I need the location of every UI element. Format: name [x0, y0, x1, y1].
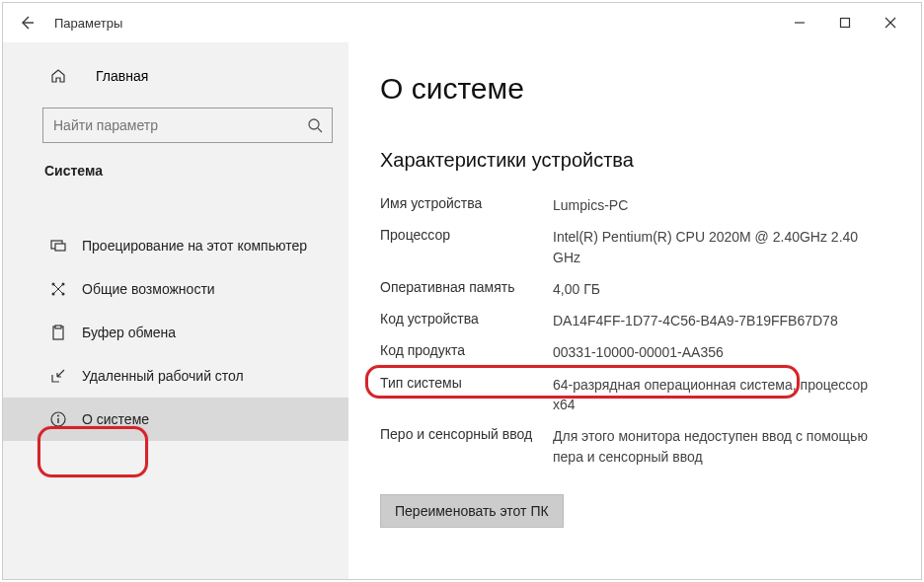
minimize-button[interactable]: [777, 7, 822, 38]
sidebar-section-label: Система: [3, 157, 348, 196]
search-icon: [307, 117, 323, 133]
spec-value: Intel(R) Pentium(R) CPU 2020M @ 2.40GHz …: [553, 227, 882, 267]
svg-rect-3: [55, 244, 65, 251]
spec-row-ram: Оперативная память 4,00 ГБ: [380, 273, 882, 305]
spec-label: Имя устройства: [380, 195, 553, 215]
svg-rect-9: [55, 326, 61, 328]
titlebar: Параметры: [3, 3, 921, 42]
spec-value: 00331-10000-00001-AA356: [553, 342, 882, 362]
projecting-icon: [48, 236, 68, 255]
back-button[interactable]: [11, 7, 42, 38]
window-title: Параметры: [54, 16, 122, 31]
spec-label: Процессор: [380, 227, 553, 267]
spec-value: 64-разрядная операционная система, проце…: [553, 375, 882, 415]
maximize-button[interactable]: [822, 7, 868, 38]
spec-label: Оперативная память: [380, 279, 553, 299]
spec-row-system-type: Тип системы 64-разрядная операционная си…: [380, 369, 882, 421]
spec-value: Для этого монитора недоступен ввод с пом…: [553, 426, 882, 467]
arrow-left-icon: [19, 15, 35, 31]
sidebar-item-shared-experiences[interactable]: Общие возможности: [3, 267, 348, 311]
home-icon: [48, 66, 68, 86]
sidebar-item-label: Общие возможности: [82, 281, 215, 297]
sidebar-item-clipboard[interactable]: Буфер обмена: [3, 311, 348, 354]
sidebar-nav: Проецирование на этот компьютер Общие во…: [3, 196, 348, 441]
spec-row-processor: Процессор Intel(R) Pentium(R) CPU 2020M …: [380, 221, 882, 273]
sidebar-item-projecting[interactable]: Проецирование на этот компьютер: [3, 224, 348, 267]
svg-rect-0: [841, 19, 850, 28]
spec-value: DA14F4FF-1D77-4C56-B4A9-7B19FFB67D78: [553, 311, 882, 330]
page-title: О системе: [380, 72, 882, 106]
search-input[interactable]: [42, 108, 333, 143]
maximize-icon: [839, 17, 851, 29]
spec-row-device-name: Имя устройства Lumpics-PC: [380, 189, 882, 221]
spec-value: 4,00 ГБ: [553, 279, 882, 299]
sidebar-home[interactable]: Главная: [3, 54, 348, 98]
info-icon: [48, 409, 68, 429]
spec-label: Перо и сенсорный ввод: [380, 426, 553, 467]
rename-pc-button[interactable]: Переименовать этот ПК: [380, 494, 564, 528]
sidebar-item-label: Проецирование на этот компьютер: [82, 238, 307, 254]
sidebar-item-label: Удаленный рабочий стол: [82, 368, 244, 384]
minimize-icon: [794, 17, 806, 29]
remote-desktop-icon: [48, 366, 68, 386]
sidebar-item-about[interactable]: О системе: [3, 398, 348, 441]
sidebar-item-label: Буфер обмена: [82, 325, 176, 340]
spec-row-product-id: Код продукта 00331-10000-00001-AA356: [380, 336, 882, 368]
main-content: О системе Характеристики устройства Имя …: [348, 42, 921, 579]
spec-value: Lumpics-PC: [553, 195, 882, 215]
window-body: Главная Система Проецирование на этот ко…: [3, 42, 921, 579]
clipboard-icon: [48, 323, 68, 342]
search-wrapper: [42, 108, 333, 143]
sidebar: Главная Система Проецирование на этот ко…: [3, 42, 348, 579]
svg-point-11: [57, 415, 59, 417]
shared-icon: [48, 279, 68, 299]
close-icon: [885, 17, 896, 29]
spec-label: Код продукта: [380, 342, 553, 362]
spec-row-device-id: Код устройства DA14F4FF-1D77-4C56-B4A9-7…: [380, 305, 882, 336]
sidebar-item-remote-desktop[interactable]: Удаленный рабочий стол: [3, 354, 348, 398]
close-button[interactable]: [868, 7, 913, 38]
spec-label: Код устройства: [380, 311, 553, 330]
spec-label: Тип системы: [380, 375, 553, 415]
section-heading: Характеристики устройства: [380, 149, 882, 172]
settings-window: Параметры Главная Система: [2, 2, 922, 580]
svg-point-1: [309, 119, 319, 129]
sidebar-item-label: О системе: [82, 411, 149, 427]
window-controls: [777, 7, 913, 38]
spec-row-pen-touch: Перо и сенсорный ввод Для этого монитора…: [380, 420, 882, 473]
sidebar-home-label: Главная: [96, 68, 148, 84]
